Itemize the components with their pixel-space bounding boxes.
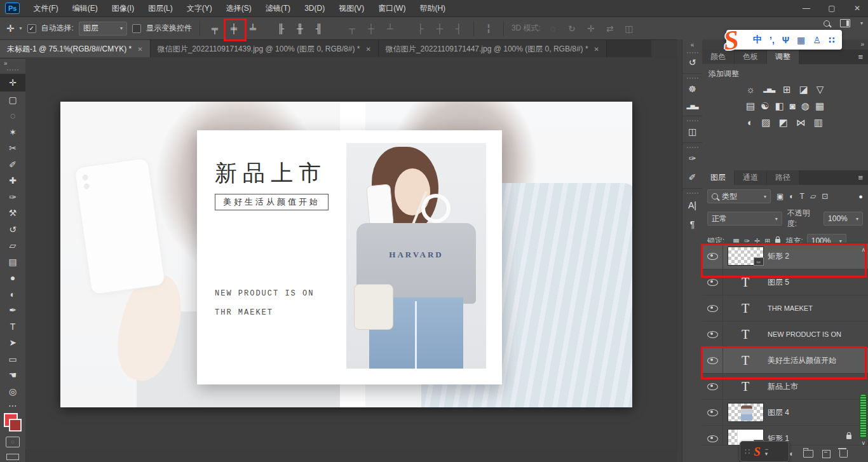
tab-channels[interactable]: 通道 — [735, 170, 766, 185]
minimize-button[interactable]: — — [802, 4, 811, 13]
distribute-top-button[interactable]: ┬ — [345, 24, 359, 34]
visibility-cell[interactable] — [702, 374, 723, 399]
background-color-swatch[interactable] — [9, 419, 22, 431]
brushes-panel-icon[interactable]: ✐ — [689, 173, 696, 182]
zoom-tool[interactable]: ◎ — [0, 383, 25, 400]
workspace-switcher-icon[interactable] — [840, 19, 850, 27]
hue-saturation-icon[interactable]: ▤ — [746, 100, 755, 112]
menu-help[interactable]: 帮助(H) — [412, 1, 452, 17]
visibility-cell[interactable] — [702, 322, 723, 347]
new-group-icon[interactable] — [803, 450, 813, 458]
adjustment-layer-icon[interactable]: ◐ — [789, 449, 794, 458]
layer-row-subtitle-text[interactable]: T 美好生活从颜值开始 — [702, 348, 868, 374]
document-tab-untitled[interactable]: 未标题-1 @ 75.1%(RGB/8#/CMYK) * ✕ — [0, 40, 151, 58]
brightness-contrast-icon[interactable]: ☼ — [747, 84, 756, 95]
eye-icon[interactable] — [707, 435, 718, 442]
clone-stamp-tool[interactable]: ⚒ — [0, 205, 25, 222]
exposure-icon[interactable]: ◪ — [799, 84, 808, 95]
histogram-panel-icon[interactable]: ▂▅▃ — [687, 104, 698, 109]
panel-menu-icon[interactable]: ≡ — [858, 170, 863, 185]
distribute-right-button[interactable]: ┤ — [452, 24, 466, 34]
screen-mode-button[interactable] — [6, 454, 19, 460]
edit-toolbar-button[interactable]: ⋯ — [0, 400, 25, 411]
panel-gripper[interactable] — [687, 147, 698, 148]
collapse-panels-icon[interactable]: » — [860, 41, 864, 48]
shape-layer-filter-icon[interactable]: ▱ — [810, 192, 816, 201]
menu-window[interactable]: 窗口(W) — [371, 1, 412, 17]
crop-tool[interactable]: ✂ — [0, 140, 25, 157]
layer-row-title-text[interactable]: T 新品上市 — [702, 374, 868, 400]
3d-panel-icon[interactable]: ◫ — [688, 127, 696, 136]
color-balance-icon[interactable]: ☯ — [761, 100, 769, 112]
levels-icon[interactable]: ▂▅▃ — [763, 84, 775, 95]
menu-edit[interactable]: 编辑(E) — [65, 1, 105, 17]
menu-type[interactable]: 文字(Y) — [180, 1, 219, 17]
panel-gripper[interactable] — [7, 69, 18, 71]
tab-paths[interactable]: 路径 — [767, 170, 799, 185]
smart-object-filter-icon[interactable]: ⊡ — [822, 192, 828, 201]
type-layer-thumbnail[interactable]: T — [728, 325, 764, 344]
menu-filter[interactable]: 滤镜(T) — [259, 1, 297, 17]
document-tab-image-1439[interactable]: 微信图片_20221109171439.jpg @ 100% (图层 0, RG… — [151, 40, 379, 58]
eye-icon[interactable] — [707, 383, 718, 390]
sogou-logo-icon[interactable]: S — [722, 24, 740, 56]
distribute-spacing-button[interactable]: ╏ — [482, 24, 496, 34]
type-tool[interactable]: T — [0, 318, 25, 335]
navigator-panel-icon[interactable]: ☸ — [688, 85, 696, 93]
delete-layer-icon[interactable] — [839, 450, 848, 458]
search-icon[interactable] — [824, 20, 830, 27]
blend-mode-dropdown[interactable]: 正常 ▾ — [707, 212, 782, 226]
menu-view[interactable]: 视图(V) — [332, 1, 371, 17]
menu-file[interactable]: 文件(F) — [26, 1, 65, 17]
artboard[interactable]: 新品上市 美好生活从颜值开始 NEW PRODUCT IS ON THR MAE… — [60, 102, 632, 407]
invert-icon[interactable]: ◐ — [747, 117, 753, 128]
rectangle-tool[interactable]: ▭ — [0, 351, 25, 367]
microphone-icon[interactable]: Ψ — [782, 35, 789, 45]
move-tool[interactable]: ✛ — [0, 74, 25, 92]
eye-icon[interactable] — [707, 331, 718, 338]
distribute-bottom-button[interactable]: ┴ — [383, 24, 397, 34]
photo-filter-icon[interactable]: ◙ — [790, 100, 796, 112]
menu-3d[interactable]: 3D(D) — [297, 1, 332, 17]
eye-icon[interactable] — [707, 253, 718, 260]
panel-gripper[interactable] — [687, 120, 698, 121]
gradient-map-icon[interactable]: ⋈ — [796, 117, 806, 128]
layer-name[interactable]: NEW PRODUCT IS ON — [768, 330, 841, 338]
close-tab-icon[interactable]: ✕ — [137, 46, 142, 53]
black-white-icon[interactable]: ◧ — [775, 100, 784, 112]
layer-thumbnail[interactable]: ▭ — [728, 247, 764, 266]
layer-row-text5[interactable]: T 图层 5 — [702, 269, 868, 296]
layer-name[interactable]: 矩形 2 — [768, 251, 789, 262]
type-layer-filter-icon[interactable]: T — [800, 192, 804, 201]
3d-roll-icon[interactable]: ↻ — [565, 24, 579, 34]
history-brush-tool[interactable]: ↺ — [0, 221, 25, 238]
threshold-icon[interactable]: ◩ — [778, 117, 787, 128]
close-tab-icon[interactable]: ✕ — [365, 46, 370, 53]
layer-row-rect2[interactable]: ▭ 矩形 2 — [702, 243, 868, 269]
visibility-cell[interactable] — [702, 426, 723, 445]
close-tab-icon[interactable]: ✕ — [594, 46, 599, 53]
hand-tool[interactable]: ☚ — [0, 367, 25, 384]
eye-icon[interactable] — [707, 357, 718, 364]
auto-select-checkbox[interactable]: ✓ — [27, 24, 36, 33]
layer-name[interactable]: 图层 4 — [768, 407, 789, 418]
panel-divider[interactable] — [677, 39, 682, 462]
tab-adjustments[interactable]: 调整 — [767, 50, 799, 64]
layer-row-image4[interactable]: 图层 4 — [702, 400, 868, 426]
menu-select[interactable]: 选择(S) — [219, 1, 259, 17]
tool-preset-chevron-icon[interactable]: ▾ — [20, 25, 22, 31]
paragraph-panel-icon[interactable]: ¶ — [690, 220, 695, 229]
chinese-mode-icon[interactable]: 中 — [753, 34, 762, 46]
show-transform-checkbox[interactable] — [132, 24, 141, 33]
layer-name[interactable]: 图层 5 — [768, 277, 789, 288]
panel-gripper[interactable] — [687, 78, 698, 79]
channel-mixer-icon[interactable]: ◍ — [801, 100, 810, 112]
distribute-left-button[interactable]: ├ — [414, 24, 428, 34]
path-selection-tool[interactable]: ➤ — [0, 335, 25, 351]
3d-camera-icon[interactable]: ◫ — [622, 24, 636, 34]
align-right-button[interactable]: ╢ — [312, 24, 326, 34]
brush-settings-panel-icon[interactable]: ✑ — [689, 154, 696, 163]
adjustment-layer-filter-icon[interactable]: ◐ — [789, 192, 794, 201]
type-layer-thumbnail[interactable]: T — [728, 273, 764, 292]
distribute-horizontal-centers-button[interactable]: ┼ — [433, 24, 447, 34]
